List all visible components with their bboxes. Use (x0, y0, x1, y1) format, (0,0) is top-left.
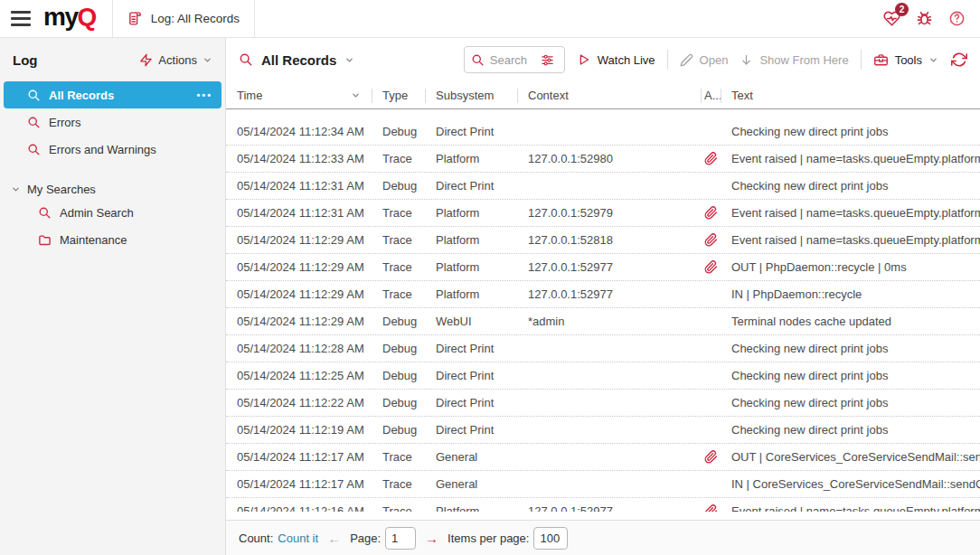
sidebar-items: All Records•••ErrorsErrors and Warnings (0, 81, 225, 163)
watch-live-button[interactable]: Watch Live (577, 52, 655, 67)
next-page-arrow-icon[interactable]: → (425, 531, 438, 546)
show-from-here-button[interactable]: Show From Here (740, 53, 848, 67)
cell-text: IN | CoreServices_CoreServiceSendMail::s… (721, 477, 980, 491)
page-input[interactable] (385, 527, 416, 550)
table-row[interactable]: 05/14/2024 11:12:33 AMTracePlatform127.0… (226, 146, 980, 173)
table-row[interactable]: 05/14/2024 11:12:17 AMTraceGeneralOUT | … (226, 444, 980, 471)
cell-time: 05/14/2024 11:12:22 AM (226, 396, 372, 409)
help-icon[interactable] (948, 10, 966, 27)
cell-type: Debug (372, 369, 425, 382)
paperclip-icon[interactable] (704, 233, 718, 247)
table-row[interactable]: 05/14/2024 11:12:22 AMDebugDirect PrintC… (226, 390, 980, 417)
table-row[interactable]: 05/14/2024 11:12:28 AMDebugDirect PrintC… (226, 335, 980, 362)
column-header-context[interactable]: Context (517, 81, 701, 108)
table-row[interactable]: 05/14/2024 11:12:16 AMTracePlatform127.0… (226, 498, 980, 512)
actions-label: Actions (158, 53, 197, 67)
sidebar-item-errors[interactable]: Errors (4, 108, 221, 136)
cell-subsystem: Platform (425, 233, 517, 247)
cell-context: 127.0.0.1:52979 (517, 206, 701, 220)
cell-attachment (701, 504, 721, 512)
search-icon (239, 52, 253, 67)
table-row[interactable]: 05/14/2024 11:12:34 AMDebugDirect PrintC… (226, 118, 980, 146)
cell-context: 127.0.0.1:52977 (517, 260, 701, 274)
open-button[interactable]: Open (680, 53, 729, 67)
sidebar-item-all-records[interactable]: All Records••• (4, 81, 221, 108)
column-header-a[interactable]: A... (701, 81, 721, 108)
cell-type: Debug (372, 423, 425, 437)
cell-attachment (701, 206, 721, 220)
hamburger-menu-icon[interactable] (0, 0, 38, 37)
cell-text: Checking new direct print jobs (721, 342, 980, 355)
log-scroll-icon (127, 11, 143, 26)
table-row[interactable]: 05/14/2024 11:12:31 AMTracePlatform127.0… (226, 200, 980, 227)
refresh-icon[interactable] (951, 52, 967, 68)
cell-time: 05/14/2024 11:12:29 AM (226, 287, 372, 301)
cell-text: Checking new direct print jobs (721, 423, 980, 437)
search-icon (471, 53, 485, 67)
search-icon (27, 89, 41, 102)
paperclip-icon[interactable] (704, 206, 718, 220)
filter-sliders-icon[interactable] (541, 53, 554, 67)
health-status-button[interactable]: 2 (883, 10, 900, 27)
my-searches-label: My Searches (27, 183, 96, 196)
cell-text: Checking new direct print jobs (721, 125, 980, 138)
table-row[interactable]: 05/14/2024 11:12:19 AMDebugDirect PrintC… (226, 417, 980, 444)
cell-text: Checking new direct print jobs (721, 369, 980, 382)
cell-subsystem: Direct Print (425, 179, 517, 193)
pencil-icon (680, 53, 693, 67)
item-options-ellipsis[interactable]: ••• (196, 89, 212, 100)
paperclip-icon[interactable] (704, 450, 718, 464)
cell-text: Event raised | name=tasks.queueEmpty.pla… (721, 504, 980, 512)
table-row[interactable]: 05/14/2024 11:12:29 AMTracePlatform127.0… (226, 227, 980, 254)
tools-button[interactable]: Tools (873, 52, 938, 68)
page-title: Log (13, 52, 38, 68)
column-header-subsystem[interactable]: Subsystem (425, 81, 517, 108)
bug-icon[interactable] (916, 10, 933, 27)
sidebar-item-errors-and-warnings[interactable]: Errors and Warnings (4, 136, 221, 163)
sidebar-item-admin-search[interactable]: Admin Search (4, 199, 221, 226)
cell-context: 127.0.0.1:52977 (517, 504, 701, 512)
cell-time: 05/14/2024 11:12:17 AM (226, 450, 372, 464)
tab-label: Log: All Records (151, 12, 240, 25)
column-header-type[interactable]: Type (372, 81, 425, 108)
tab-log-all-records[interactable]: Log: All Records (112, 0, 255, 37)
actions-button[interactable]: Actions (139, 53, 212, 67)
my-searches-toggle[interactable]: My Searches (0, 179, 225, 199)
cell-text: Checking new direct print jobs (721, 179, 980, 193)
paperclip-icon[interactable] (704, 260, 718, 274)
cell-type: Debug (372, 179, 425, 193)
table-body: 05/14/2024 11:12:34 AMDebugDirect PrintC… (226, 109, 980, 512)
myq-logo[interactable]: myQ (38, 0, 112, 37)
paperclip-icon[interactable] (704, 152, 718, 165)
table-row[interactable]: 05/14/2024 11:12:25 AMDebugDirect PrintC… (226, 362, 980, 390)
top-bar: myQ Log: All Records 2 (0, 0, 980, 38)
column-header-time[interactable]: Time (226, 81, 372, 108)
sidebar-item-maintenance[interactable]: Maintenance (4, 226, 221, 253)
cell-type: Trace (372, 450, 425, 464)
count-it-link[interactable]: Count it (278, 531, 318, 545)
page-label: Page: (350, 531, 381, 545)
table-row[interactable]: 05/14/2024 11:12:29 AMDebugWebUI*adminTe… (226, 308, 980, 335)
items-per-page-input[interactable] (533, 527, 568, 550)
column-header-text[interactable]: Text (721, 81, 980, 108)
view-selector[interactable]: All Records (239, 52, 354, 68)
cell-subsystem: Direct Print (425, 125, 517, 138)
cell-text: Terminal nodes cache updated (721, 315, 980, 328)
cell-time: 05/14/2024 11:12:34 AM (226, 125, 372, 138)
table-row[interactable]: 05/14/2024 11:12:29 AMTracePlatform127.0… (226, 281, 980, 308)
cell-time: 05/14/2024 11:12:29 AM (226, 315, 372, 328)
table-row[interactable]: 05/14/2024 11:12:29 AMTracePlatform127.0… (226, 254, 980, 281)
pagination-footer: Count: Count it ← Page: → Items per page… (226, 520, 980, 555)
cell-time: 05/14/2024 11:12:16 AM (226, 504, 372, 512)
cell-subsystem: Platform (425, 152, 517, 165)
search-input[interactable] (490, 53, 535, 67)
cell-text: Event raised | name=tasks.queueEmpty.pla… (721, 233, 980, 247)
table-row[interactable]: 05/14/2024 11:12:31 AMDebugDirect PrintC… (226, 173, 980, 200)
cell-time: 05/14/2024 11:12:29 AM (226, 260, 372, 274)
prev-page-arrow-icon[interactable]: ← (327, 531, 341, 546)
paperclip-icon[interactable] (704, 504, 718, 512)
divider (667, 50, 668, 70)
table-row[interactable]: 05/14/2024 11:12:17 AMTraceGeneralIN | C… (226, 471, 980, 498)
cell-time: 05/14/2024 11:12:25 AM (226, 369, 372, 382)
cell-type: Trace (372, 152, 425, 165)
